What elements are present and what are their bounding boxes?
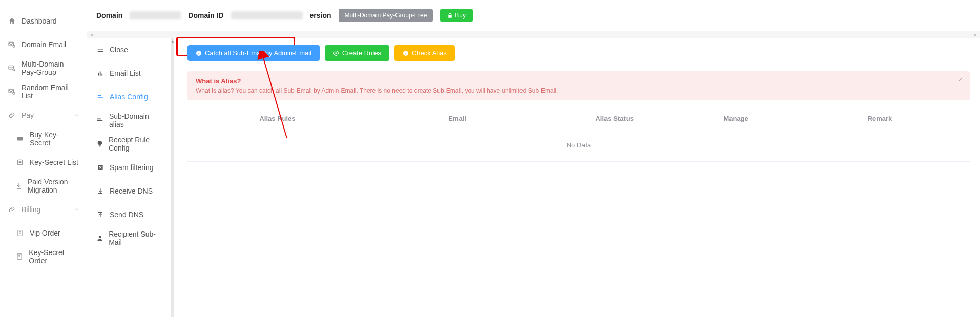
buy-label: Buy — [455, 12, 466, 19]
th-alias-status: Alias Status — [547, 115, 682, 122]
list-icon — [15, 158, 25, 167]
svg-rect-21 — [405, 52, 406, 52]
upload-icon — [96, 210, 105, 219]
alert-title: What is Alias? — [196, 77, 962, 85]
card-icon — [15, 134, 25, 143]
doc-icon — [15, 252, 24, 261]
domain-label: Domain — [96, 11, 122, 19]
buy-button[interactable]: Buy — [440, 9, 473, 22]
create-rules-button[interactable]: Create Rules — [325, 45, 389, 61]
sidebar-group-label: Billing — [22, 205, 73, 214]
sidebar-item-label: Multi-Domain Pay-Group — [22, 60, 79, 76]
action-row: Catch all Sub-Email by Admin-Email Creat… — [187, 45, 970, 61]
domain-id-value-redacted — [231, 11, 303, 19]
table-no-data: No Data — [187, 129, 970, 162]
mid-item-label: Receive DNS — [110, 187, 153, 195]
check-alias-label: Check Alias — [412, 49, 447, 57]
mid-item-label: Receipt Rule Config — [109, 136, 162, 152]
mid-item-label: Recipient Sub-Mail — [109, 230, 162, 246]
catch-all-button[interactable]: Catch all Sub-Email by Admin-Email — [187, 45, 320, 61]
home-icon — [7, 16, 16, 26]
svg-rect-11 — [100, 72, 101, 76]
menu-icon — [96, 46, 105, 54]
mid-item-recipient-sub-mail[interactable]: Recipient Sub-Mail — [87, 226, 171, 250]
svg-point-14 — [99, 236, 101, 238]
svg-point-1 — [13, 45, 15, 47]
group-icon — [7, 64, 16, 73]
sidebar-group-billing[interactable]: Billing — [0, 198, 87, 221]
svg-rect-2 — [9, 66, 13, 69]
mid-item-label: Close — [110, 46, 128, 54]
mid-sidebar: ▴ Close Email List Alias Config Sub-Doma… — [87, 38, 174, 317]
svg-point-5 — [13, 92, 15, 94]
sidebar-item-label: Key-Secret List — [30, 158, 78, 166]
th-email: Email — [367, 115, 547, 122]
lock-icon — [447, 13, 453, 18]
link-icon — [7, 111, 16, 120]
sidebar-item-key-secret-list[interactable]: Key-Secret List — [0, 151, 87, 174]
mid-item-email-list[interactable]: Email List — [87, 61, 171, 85]
create-rules-label: Create Rules — [342, 49, 381, 57]
svg-rect-6 — [17, 137, 23, 141]
sidebar-item-domain-email[interactable]: Domain Email — [0, 33, 87, 56]
sidebar-item-vip-order[interactable]: Vip Order — [0, 221, 87, 245]
sidebar-item-label: Key-Secret Order — [29, 248, 79, 265]
svg-rect-4 — [9, 89, 13, 93]
svg-rect-17 — [199, 52, 199, 52]
sidebar-item-paid-version-migration[interactable]: Paid Version Migration — [0, 174, 87, 198]
plus-circle-icon — [333, 50, 339, 56]
sidebar-item-key-secret-order[interactable]: Key-Secret Order — [0, 245, 87, 268]
check-alias-button[interactable]: Check Alias — [394, 45, 455, 61]
sidebar-item-label: Dashboard — [22, 17, 79, 25]
collapse-up-icon[interactable]: ▴ — [171, 39, 174, 44]
mid-item-send-dns[interactable]: Send DNS — [87, 203, 171, 226]
th-manage: Manage — [682, 115, 790, 122]
mid-item-label: Sub-Domain alias — [109, 112, 162, 129]
sidebar-item-random-email-list[interactable]: Random Email List — [0, 80, 87, 103]
sidebar-item-buy-key-secret[interactable]: Buy Key-Secret — [0, 127, 87, 151]
table-header: Alias Rules Email Alias Status Manage Re… — [187, 109, 970, 129]
mid-item-receive-dns[interactable]: Receive DNS — [87, 179, 171, 203]
collapse-bar[interactable]: ◂ ▸ — [87, 31, 980, 38]
download-icon — [96, 187, 105, 195]
sidebar-group-pay[interactable]: Pay — [0, 103, 87, 127]
random-icon — [7, 87, 16, 96]
config-icon — [96, 93, 105, 101]
svg-rect-10 — [98, 73, 99, 76]
mid-item-close[interactable]: Close — [87, 38, 171, 61]
version-label: ersion — [310, 11, 331, 19]
th-remark: Remark — [790, 115, 970, 122]
config-icon — [96, 116, 104, 124]
main-content: Catch all Sub-Email by Admin-Email Creat… — [177, 38, 980, 317]
mid-item-label: Email List — [110, 69, 141, 77]
mid-item-spam-filtering[interactable]: Spam filtering — [87, 156, 171, 179]
svg-rect-12 — [101, 74, 102, 76]
sidebar-item-label: Random Email List — [22, 83, 79, 100]
svg-rect-16 — [199, 53, 199, 55]
mid-item-sub-domain-alias[interactable]: Sub-Domain alias — [87, 109, 171, 132]
alert-close-button[interactable] — [957, 76, 964, 82]
left-sidebar: Dashboard Domain Email Multi-Domain Pay-… — [0, 0, 87, 317]
caret-left-icon: ◂ — [90, 32, 93, 37]
mid-item-receipt-rule-config[interactable]: Receipt Rule Config — [87, 132, 171, 156]
mid-item-alias-config[interactable]: Alias Config — [87, 85, 171, 109]
sidebar-item-multi-domain-pay-group[interactable]: Multi-Domain Pay-Group — [0, 56, 87, 80]
bars-icon — [96, 69, 105, 77]
migration-icon — [15, 181, 23, 191]
alert-box: What is Alias? What is alias? You can ca… — [187, 71, 970, 100]
caret-right-icon: ▸ — [974, 32, 977, 37]
chevron-up-icon — [73, 112, 79, 118]
sidebar-item-dashboard[interactable]: Dashboard — [0, 9, 87, 33]
mid-item-label: Spam filtering — [110, 163, 154, 172]
svg-rect-7 — [17, 160, 22, 164]
version-badge: Multi-Domain Pay-Group-Free — [339, 9, 433, 22]
chevron-up-icon — [73, 206, 79, 213]
domain-id-label: Domain ID — [188, 11, 223, 19]
info-icon — [196, 50, 202, 56]
info-icon — [403, 50, 409, 56]
user-icon — [96, 234, 103, 242]
th-alias-rules: Alias Rules — [187, 115, 367, 122]
mail-config-icon — [7, 40, 16, 49]
alert-body: What is alias? You can catch all Sub-Ema… — [196, 87, 962, 94]
sidebar-item-label: Paid Version Migration — [28, 178, 79, 194]
